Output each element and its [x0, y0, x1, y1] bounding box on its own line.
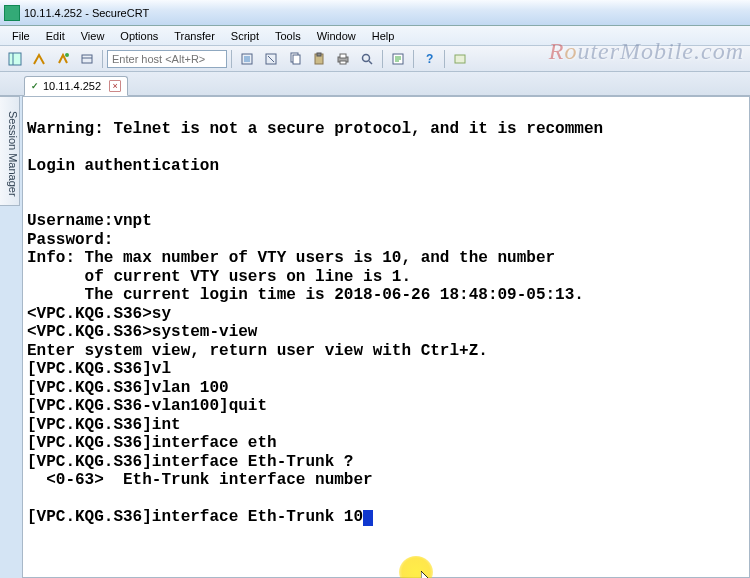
- toolbar-separator: [231, 50, 232, 68]
- host-input[interactable]: [107, 50, 227, 68]
- toolbar-separator: [444, 50, 445, 68]
- help-button[interactable]: ?: [418, 49, 440, 69]
- menu-tools[interactable]: Tools: [267, 28, 309, 44]
- tabbar: ✓ 10.11.4.252 ×: [0, 72, 750, 96]
- toolbar: ?: [0, 46, 750, 72]
- close-tab-button[interactable]: ×: [109, 80, 121, 92]
- svg-point-16: [363, 54, 370, 61]
- terminal-output[interactable]: Warning: Telnet is not a secure protocol…: [23, 97, 749, 531]
- find-button[interactable]: [356, 49, 378, 69]
- window-titlebar: 10.11.4.252 - SecureCRT: [0, 0, 750, 26]
- quick-connect-button[interactable]: [52, 49, 74, 69]
- session-manager-button[interactable]: [4, 49, 26, 69]
- toolbar-separator: [413, 50, 414, 68]
- menu-view[interactable]: View: [73, 28, 113, 44]
- svg-line-8: [268, 56, 274, 62]
- menu-window[interactable]: Window: [309, 28, 364, 44]
- properties-button[interactable]: [387, 49, 409, 69]
- terminal-pane[interactable]: Warning: Telnet is not a secure protocol…: [22, 96, 750, 578]
- connect-bar-button[interactable]: [76, 49, 98, 69]
- svg-rect-14: [340, 54, 346, 58]
- menu-edit[interactable]: Edit: [38, 28, 73, 44]
- session-manager-sidebar[interactable]: Session Manager: [0, 96, 20, 206]
- svg-text:?: ?: [426, 52, 433, 66]
- menu-transfer[interactable]: Transfer: [166, 28, 223, 44]
- disconnect-button[interactable]: [260, 49, 282, 69]
- toolbar-separator: [382, 50, 383, 68]
- menu-help[interactable]: Help: [364, 28, 403, 44]
- session-tab[interactable]: ✓ 10.11.4.252 ×: [24, 76, 128, 96]
- toolbar-separator: [102, 50, 103, 68]
- menubar: File Edit View Options Transfer Script T…: [0, 26, 750, 46]
- reconnect-button[interactable]: [236, 49, 258, 69]
- tab-label: 10.11.4.252: [43, 80, 101, 92]
- svg-line-17: [369, 61, 372, 64]
- svg-rect-15: [340, 61, 346, 64]
- menu-script[interactable]: Script: [223, 28, 267, 44]
- paste-button[interactable]: [308, 49, 330, 69]
- app-icon: [4, 5, 20, 21]
- svg-rect-3: [82, 55, 92, 63]
- svg-rect-0: [9, 53, 21, 65]
- svg-rect-23: [455, 55, 465, 63]
- svg-rect-10: [293, 55, 300, 64]
- window-title: 10.11.4.252 - SecureCRT: [24, 7, 149, 19]
- status-connected-icon: ✓: [31, 81, 39, 91]
- print-button[interactable]: [332, 49, 354, 69]
- copy-button[interactable]: [284, 49, 306, 69]
- terminal-prompt-line[interactable]: [VPC.KQG.S36]interface Eth-Trunk 10: [27, 508, 363, 526]
- toggle-button[interactable]: [449, 49, 471, 69]
- svg-point-2: [65, 53, 69, 57]
- svg-rect-12: [317, 53, 321, 56]
- connect-button[interactable]: [28, 49, 50, 69]
- cursor-highlight-icon: [399, 556, 433, 578]
- terminal-cursor: [363, 510, 373, 526]
- menu-options[interactable]: Options: [112, 28, 166, 44]
- svg-rect-6: [244, 56, 250, 62]
- menu-file[interactable]: File: [4, 28, 38, 44]
